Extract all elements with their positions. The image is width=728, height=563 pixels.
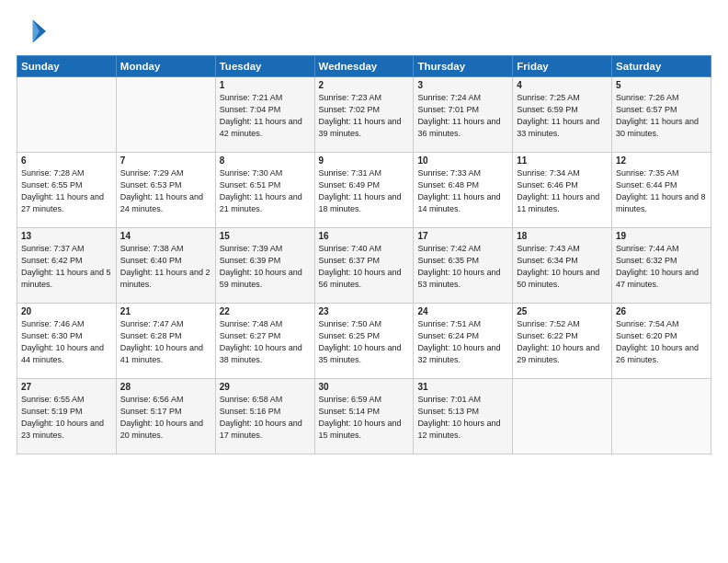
calendar-cell [513,379,612,454]
day-info: Sunrise: 7:42 AM Sunset: 6:35 PM Dayligh… [417,243,508,291]
calendar-cell: 31Sunrise: 7:01 AM Sunset: 5:13 PM Dayli… [414,379,513,454]
day-info: Sunrise: 6:55 AM Sunset: 5:19 PM Dayligh… [21,394,112,442]
day-number: 31 [417,382,508,392]
calendar-cell: 21Sunrise: 7:47 AM Sunset: 6:28 PM Dayli… [116,304,215,379]
day-number: 26 [616,306,707,316]
day-info: Sunrise: 7:31 AM Sunset: 6:49 PM Dayligh… [319,167,410,215]
weekday-friday: Friday [513,56,612,77]
calendar-cell: 11Sunrise: 7:34 AM Sunset: 6:46 PM Dayli… [513,153,612,228]
day-info: Sunrise: 7:28 AM Sunset: 6:55 PM Dayligh… [21,167,112,215]
calendar-cell: 20Sunrise: 7:46 AM Sunset: 6:30 PM Dayli… [17,304,117,379]
day-info: Sunrise: 7:48 AM Sunset: 6:27 PM Dayligh… [220,318,311,366]
weekday-saturday: Saturday [612,56,711,77]
calendar-cell: 26Sunrise: 7:54 AM Sunset: 6:20 PM Dayli… [612,304,711,379]
day-info: Sunrise: 7:33 AM Sunset: 6:48 PM Dayligh… [417,167,508,215]
day-info: Sunrise: 7:23 AM Sunset: 7:02 PM Dayligh… [319,92,410,140]
day-info: Sunrise: 7:30 AM Sunset: 6:51 PM Dayligh… [220,167,311,215]
day-number: 5 [616,80,707,90]
day-info: Sunrise: 7:01 AM Sunset: 5:13 PM Dayligh… [417,394,508,442]
day-number: 17 [417,231,508,241]
day-number: 4 [517,80,608,90]
day-number: 28 [120,382,211,392]
day-number: 11 [517,155,608,166]
calendar-cell: 25Sunrise: 7:52 AM Sunset: 6:22 PM Dayli… [513,304,612,379]
day-number: 8 [220,155,311,166]
calendar-cell [116,77,215,153]
day-number: 2 [319,80,410,90]
day-number: 10 [417,155,508,166]
day-number: 7 [120,155,211,166]
calendar-cell: 15Sunrise: 7:39 AM Sunset: 6:39 PM Dayli… [215,228,314,304]
day-info: Sunrise: 7:24 AM Sunset: 7:01 PM Dayligh… [417,92,508,140]
weekday-tuesday: Tuesday [215,56,314,77]
day-number: 9 [319,155,410,166]
day-info: Sunrise: 7:54 AM Sunset: 6:20 PM Dayligh… [616,318,707,366]
day-info: Sunrise: 6:58 AM Sunset: 5:16 PM Dayligh… [220,394,311,442]
calendar-cell [612,379,711,454]
day-info: Sunrise: 7:34 AM Sunset: 6:46 PM Dayligh… [517,167,608,215]
calendar-cell: 19Sunrise: 7:44 AM Sunset: 6:32 PM Dayli… [612,228,711,304]
day-info: Sunrise: 7:39 AM Sunset: 6:39 PM Dayligh… [220,243,311,291]
day-info: Sunrise: 7:40 AM Sunset: 6:37 PM Dayligh… [319,243,410,291]
weekday-sunday: Sunday [17,56,117,77]
calendar-cell: 14Sunrise: 7:38 AM Sunset: 6:40 PM Dayli… [116,228,215,304]
day-info: Sunrise: 7:47 AM Sunset: 6:28 PM Dayligh… [120,318,211,366]
calendar-cell: 1Sunrise: 7:21 AM Sunset: 7:04 PM Daylig… [215,77,314,153]
week-row-4: 20Sunrise: 7:46 AM Sunset: 6:30 PM Dayli… [17,304,711,379]
day-info: Sunrise: 7:50 AM Sunset: 6:25 PM Dayligh… [319,318,410,366]
day-info: Sunrise: 7:51 AM Sunset: 6:24 PM Dayligh… [417,318,508,366]
page-header [17,17,711,46]
calendar-cell [17,77,117,153]
day-info: Sunrise: 7:38 AM Sunset: 6:40 PM Dayligh… [120,243,211,291]
day-number: 29 [220,382,311,392]
calendar-cell: 27Sunrise: 6:55 AM Sunset: 5:19 PM Dayli… [17,379,117,454]
weekday-header-row: SundayMondayTuesdayWednesdayThursdayFrid… [17,56,711,77]
day-number: 19 [616,231,707,241]
calendar-cell: 6Sunrise: 7:28 AM Sunset: 6:55 PM Daylig… [17,153,117,228]
calendar-cell: 30Sunrise: 6:59 AM Sunset: 5:14 PM Dayli… [314,379,414,454]
calendar-cell: 24Sunrise: 7:51 AM Sunset: 6:24 PM Dayli… [414,304,513,379]
day-number: 12 [616,155,707,166]
day-info: Sunrise: 7:29 AM Sunset: 6:53 PM Dayligh… [120,167,211,215]
calendar-cell: 28Sunrise: 6:56 AM Sunset: 5:17 PM Dayli… [116,379,215,454]
logo [17,17,50,46]
calendar-cell: 4Sunrise: 7:25 AM Sunset: 6:59 PM Daylig… [513,77,612,153]
calendar-table: SundayMondayTuesdayWednesdayThursdayFrid… [17,55,711,454]
day-number: 24 [417,306,508,316]
calendar-cell: 10Sunrise: 7:33 AM Sunset: 6:48 PM Dayli… [414,153,513,228]
day-number: 16 [319,231,410,241]
logo-icon [17,17,46,46]
day-number: 14 [120,231,211,241]
calendar-cell: 3Sunrise: 7:24 AM Sunset: 7:01 PM Daylig… [414,77,513,153]
day-number: 25 [517,306,608,316]
day-info: Sunrise: 7:26 AM Sunset: 6:57 PM Dayligh… [616,92,707,140]
day-number: 1 [220,80,311,90]
day-info: Sunrise: 7:52 AM Sunset: 6:22 PM Dayligh… [517,318,608,366]
day-info: Sunrise: 6:56 AM Sunset: 5:17 PM Dayligh… [120,394,211,442]
calendar-cell: 29Sunrise: 6:58 AM Sunset: 5:16 PM Dayli… [215,379,314,454]
calendar-cell: 23Sunrise: 7:50 AM Sunset: 6:25 PM Dayli… [314,304,414,379]
calendar-cell: 12Sunrise: 7:35 AM Sunset: 6:44 PM Dayli… [612,153,711,228]
calendar-cell: 16Sunrise: 7:40 AM Sunset: 6:37 PM Dayli… [314,228,414,304]
calendar-cell: 17Sunrise: 7:42 AM Sunset: 6:35 PM Dayli… [414,228,513,304]
calendar-cell: 7Sunrise: 7:29 AM Sunset: 6:53 PM Daylig… [116,153,215,228]
day-info: Sunrise: 7:44 AM Sunset: 6:32 PM Dayligh… [616,243,707,291]
day-info: Sunrise: 6:59 AM Sunset: 5:14 PM Dayligh… [319,394,410,442]
day-info: Sunrise: 7:35 AM Sunset: 6:44 PM Dayligh… [616,167,707,215]
week-row-2: 6Sunrise: 7:28 AM Sunset: 6:55 PM Daylig… [17,153,711,228]
day-number: 23 [319,306,410,316]
calendar-cell: 8Sunrise: 7:30 AM Sunset: 6:51 PM Daylig… [215,153,314,228]
day-number: 21 [120,306,211,316]
calendar-cell: 18Sunrise: 7:43 AM Sunset: 6:34 PM Dayli… [513,228,612,304]
day-info: Sunrise: 7:43 AM Sunset: 6:34 PM Dayligh… [517,243,608,291]
weekday-wednesday: Wednesday [314,56,414,77]
day-info: Sunrise: 7:46 AM Sunset: 6:30 PM Dayligh… [21,318,112,366]
day-info: Sunrise: 7:37 AM Sunset: 6:42 PM Dayligh… [21,243,112,291]
day-number: 6 [21,155,112,166]
day-number: 27 [21,382,112,392]
calendar-cell: 5Sunrise: 7:26 AM Sunset: 6:57 PM Daylig… [612,77,711,153]
day-number: 22 [220,306,311,316]
day-number: 3 [417,80,508,90]
day-number: 18 [517,231,608,241]
calendar-cell: 2Sunrise: 7:23 AM Sunset: 7:02 PM Daylig… [314,77,414,153]
